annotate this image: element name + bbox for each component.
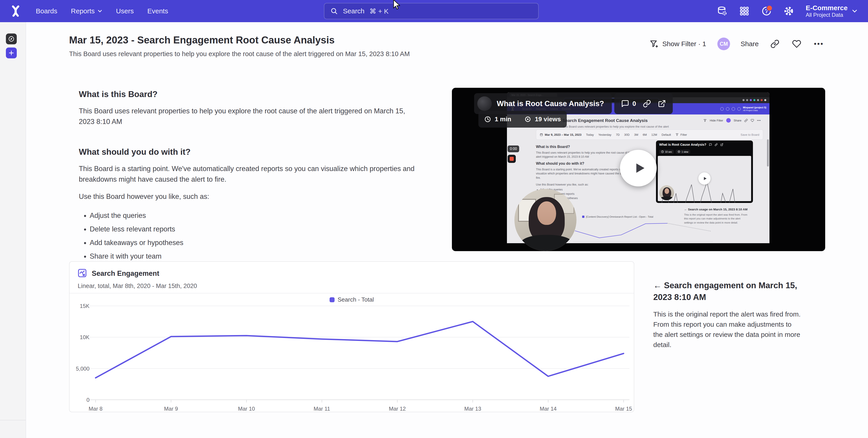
mini-date-button: 7D <box>616 133 620 136</box>
svg-text:Mar 8: Mar 8 <box>89 406 102 412</box>
video-link-icon[interactable] <box>643 100 651 108</box>
explore-boards-button[interactable] <box>6 33 17 44</box>
list-item: Add takeaways or hypotheses <box>90 238 416 248</box>
video-duration: 1 min <box>495 115 511 123</box>
svg-text:Mar 13: Mar 13 <box>464 406 481 412</box>
section-heading: What is this Board? <box>79 90 416 99</box>
project-switcher[interactable]: E-Commerce All Project Data <box>806 4 858 18</box>
project-scope: All Project Data <box>806 12 847 18</box>
nav-item-events[interactable]: Events <box>147 7 168 15</box>
mini-avatar <box>726 118 731 123</box>
list-item: Adjust the queries <box>90 211 416 221</box>
mouse-cursor <box>392 0 402 11</box>
svg-text:15K: 15K <box>80 303 90 309</box>
comment-icon[interactable] <box>621 100 629 108</box>
mini-link-icon <box>744 119 748 122</box>
more-options-button[interactable]: ••• <box>814 40 824 48</box>
data-management-icon[interactable] <box>717 6 727 16</box>
copy-link-icon[interactable] <box>770 39 779 48</box>
apps-grid-icon[interactable] <box>739 6 749 16</box>
mixpanel-logo-icon[interactable] <box>9 4 22 18</box>
nav-item-users[interactable]: Users <box>116 7 134 15</box>
compass-icon <box>8 36 14 42</box>
nested-duration: 10 sec <box>665 150 672 153</box>
aside-heading: ← Search engagement on March 15, 2023 8:… <box>653 280 798 303</box>
play-button[interactable] <box>620 150 657 187</box>
mini-nav-icon <box>737 107 741 111</box>
search-icon <box>330 7 338 15</box>
nested-video-title: What is Root Cause Analysis? <box>659 143 706 146</box>
svg-text:5,000: 5,000 <box>76 366 90 372</box>
search-input[interactable]: Search ⌘ + K <box>324 3 539 19</box>
mini-filter-icon <box>676 133 679 136</box>
section-paragraph: Use this Board however you like, such as… <box>79 192 416 202</box>
mini-date-button: Yesterday <box>598 133 611 136</box>
nav-item-boards[interactable]: Boards <box>36 7 57 15</box>
calendar-icon <box>540 133 543 136</box>
show-filter-button[interactable]: Show Filter · 1 <box>662 40 706 48</box>
intro-bullet-list: Adjust the queries Delete less relevant … <box>79 211 416 261</box>
aside-text-block: ← Search engagement on March 15, 2023 8:… <box>653 280 798 350</box>
legend-swatch <box>582 215 584 218</box>
mini-filter-label: Filter <box>680 133 687 136</box>
top-nav-bar: Boards Reports Users Events Search ⌘ + K… <box>0 0 868 22</box>
mini-page-title: Search Engagement Root Cause Analysis <box>562 118 648 123</box>
mini-nav-icon <box>726 107 730 111</box>
create-board-button[interactable] <box>6 47 17 58</box>
mini-date-button: 3M <box>634 133 638 136</box>
browser-extension-icons <box>743 99 766 101</box>
nav-item-label: Users <box>116 7 134 15</box>
video-title: What is Root Cause Analysis? <box>497 99 604 108</box>
mini-heart-icon <box>751 119 754 122</box>
notification-dot <box>766 5 773 11</box>
nested-video-card: What is Root Cause Analysis? 10 sec 1 vi… <box>656 140 753 203</box>
recording-stop-button <box>507 155 516 163</box>
mini-page-subtitle: This Board uses relevant properties to h… <box>562 125 669 128</box>
rail-divider <box>0 420 26 420</box>
svg-text:Mar 10: Mar 10 <box>238 406 255 412</box>
views-icon <box>524 116 531 123</box>
svg-text:10K: 10K <box>80 334 90 340</box>
svg-text:Mar 15: Mar 15 <box>615 406 632 412</box>
open-external-icon[interactable] <box>658 100 666 108</box>
video-meta-pill: 0 <box>614 93 673 114</box>
mini-date-button: 12M <box>651 133 657 136</box>
search-shortcut: ⌘ + K <box>369 7 389 15</box>
nav-item-label: Events <box>147 7 168 15</box>
nav-item-reports[interactable]: Reports <box>71 7 102 15</box>
presenter-avatar <box>477 96 492 111</box>
list-item: Delete less relevant reports <box>90 224 416 234</box>
section-paragraph: This Board uses relevant properties to h… <box>79 106 414 127</box>
svg-text:Mar 9: Mar 9 <box>164 406 178 412</box>
filter-funnel-icon[interactable] <box>649 39 658 48</box>
mini-share-label: Share <box>734 119 742 122</box>
nav-item-label: Boards <box>36 7 57 15</box>
mini-date-button: Today <box>586 133 594 136</box>
mini-hide-filter-label: Hide Filter <box>710 119 723 122</box>
nested-link-icon <box>715 143 718 146</box>
mini-date-controls: Mar 9, 2023 – Mar 15, 2023 Today Yesterd… <box>536 129 763 140</box>
mini-scrollbar <box>767 139 769 167</box>
help-icon[interactable] <box>761 6 772 16</box>
board-page: Boards Reports Users Events Search ⌘ + K… <box>0 0 868 438</box>
mini-date-button: 30D <box>624 133 630 136</box>
page-title: Mar 15, 2023 - Search Engagement Root Ca… <box>69 34 335 46</box>
intro-text-block: What is this Board? This Board uses rele… <box>79 90 416 265</box>
nested-play-button <box>698 172 711 184</box>
share-button[interactable]: Share <box>741 40 758 48</box>
line-chart[interactable]: 05,00010K15KMar 8Mar 9Mar 10Mar 11Mar 12… <box>69 262 634 412</box>
report-card: Search Engagement Linear, total, Mar 8th… <box>69 261 634 412</box>
nested-comment-icon <box>709 143 712 146</box>
nested-video-screen <box>658 156 751 201</box>
favorite-heart-icon[interactable] <box>792 39 801 48</box>
mini-nav-icon <box>732 107 735 111</box>
aside-paragraph: This is the original report the alert wa… <box>653 309 803 350</box>
nested-views: 1 view <box>682 150 688 153</box>
mini-save-to-board: Save to Board <box>741 133 759 136</box>
user-avatar[interactable]: CM <box>717 38 730 50</box>
video-player-card[interactable]: Mar 15, 2023 - Search Enga... Boards Rep… <box>452 88 825 251</box>
mini-board-actions: Hide Filter Share ••• <box>703 118 761 123</box>
svg-text:Mar 12: Mar 12 <box>389 406 406 412</box>
mini-funnel-icon <box>703 119 707 122</box>
settings-gear-icon[interactable] <box>783 6 794 16</box>
